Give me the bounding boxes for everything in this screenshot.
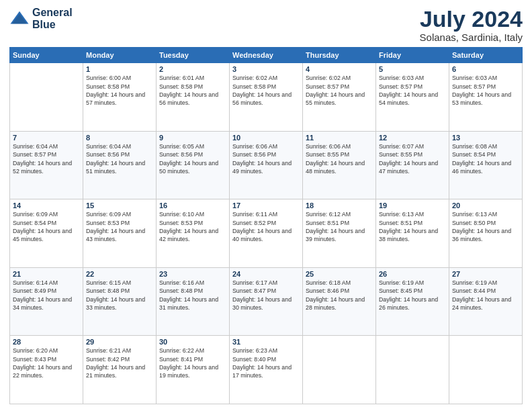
day-number: 10 [232, 134, 300, 142]
calendar-cell: 3Sunrise: 6:02 AMSunset: 8:58 PMDaylight… [230, 63, 303, 132]
day-info: Sunrise: 6:09 AMSunset: 8:53 PMDaylight:… [86, 210, 153, 243]
day-number: 18 [306, 201, 373, 210]
calendar-cell: 14Sunrise: 6:09 AMSunset: 8:54 PMDayligh… [10, 199, 83, 268]
week-row-1: 1Sunrise: 6:00 AMSunset: 8:58 PMDaylight… [10, 63, 523, 132]
day-number: 15 [86, 201, 153, 210]
week-row-2: 7Sunrise: 6:04 AMSunset: 8:57 PMDaylight… [10, 131, 523, 199]
title-block: July 2024 Solanas, Sardinia, Italy [420, 7, 523, 43]
subtitle: Solanas, Sardinia, Italy [420, 32, 523, 43]
day-number: 21 [13, 270, 80, 278]
calendar-cell: 7Sunrise: 6:04 AMSunset: 8:57 PMDaylight… [10, 131, 83, 199]
day-info: Sunrise: 6:05 AMSunset: 8:56 PMDaylight:… [159, 142, 226, 175]
calendar-cell: 16Sunrise: 6:10 AMSunset: 8:53 PMDayligh… [157, 199, 230, 268]
calendar-cell: 9Sunrise: 6:05 AMSunset: 8:56 PMDaylight… [157, 131, 230, 199]
day-info: Sunrise: 6:12 AMSunset: 8:51 PMDaylight:… [306, 210, 373, 243]
day-info: Sunrise: 6:06 AMSunset: 8:55 PMDaylight:… [306, 142, 373, 175]
calendar-cell [449, 336, 523, 404]
calendar-cell: 2Sunrise: 6:01 AMSunset: 8:58 PMDaylight… [157, 63, 230, 132]
day-info: Sunrise: 6:13 AMSunset: 8:50 PMDaylight:… [452, 210, 519, 243]
weekday-header-wednesday: Wednesday [230, 48, 303, 63]
day-number: 7 [13, 134, 80, 142]
day-number: 4 [306, 65, 373, 73]
day-number: 22 [86, 270, 153, 278]
week-row-4: 21Sunrise: 6:14 AMSunset: 8:49 PMDayligh… [10, 267, 523, 336]
calendar-cell: 26Sunrise: 6:19 AMSunset: 8:45 PMDayligh… [376, 267, 449, 336]
weekday-header-saturday: Saturday [449, 48, 523, 63]
logo-icon [9, 9, 30, 29]
day-number: 29 [86, 338, 153, 346]
day-info: Sunrise: 6:06 AMSunset: 8:56 PMDaylight:… [232, 142, 300, 175]
day-info: Sunrise: 6:11 AMSunset: 8:52 PMDaylight:… [232, 210, 300, 243]
day-info: Sunrise: 6:20 AMSunset: 8:43 PMDaylight:… [13, 347, 80, 379]
header: General Blue July 2024 Solanas, Sardinia… [9, 7, 523, 43]
day-info: Sunrise: 6:23 AMSunset: 8:40 PMDaylight:… [232, 347, 300, 379]
day-info: Sunrise: 6:13 AMSunset: 8:51 PMDaylight:… [379, 210, 446, 243]
calendar-cell: 8Sunrise: 6:04 AMSunset: 8:56 PMDaylight… [83, 131, 157, 199]
calendar-cell: 25Sunrise: 6:18 AMSunset: 8:46 PMDayligh… [303, 267, 376, 336]
day-number: 23 [159, 270, 226, 278]
day-info: Sunrise: 6:03 AMSunset: 8:57 PMDaylight:… [452, 74, 519, 107]
calendar-cell: 19Sunrise: 6:13 AMSunset: 8:51 PMDayligh… [376, 199, 449, 268]
weekday-header-sunday: Sunday [10, 48, 83, 63]
day-number: 9 [159, 134, 226, 142]
calendar-table: SundayMondayTuesdayWednesdayThursdayFrid… [9, 47, 523, 404]
logo: General Blue [9, 7, 73, 30]
week-row-3: 14Sunrise: 6:09 AMSunset: 8:54 PMDayligh… [10, 199, 523, 268]
day-number: 24 [232, 270, 300, 278]
day-number: 14 [13, 201, 80, 210]
day-number: 28 [13, 338, 80, 346]
calendar-cell: 22Sunrise: 6:15 AMSunset: 8:48 PMDayligh… [83, 267, 157, 336]
day-info: Sunrise: 6:04 AMSunset: 8:57 PMDaylight:… [13, 142, 80, 175]
day-number: 11 [306, 134, 373, 142]
day-number: 16 [159, 201, 226, 210]
logo-line1: General [32, 7, 73, 19]
day-number: 25 [306, 270, 373, 278]
calendar-page: General Blue July 2024 Solanas, Sardinia… [0, 0, 532, 411]
weekday-header-thursday: Thursday [303, 48, 376, 63]
day-info: Sunrise: 6:14 AMSunset: 8:49 PMDaylight:… [13, 279, 80, 312]
calendar-cell: 28Sunrise: 6:20 AMSunset: 8:43 PMDayligh… [10, 336, 83, 404]
main-title: July 2024 [420, 7, 523, 32]
day-info: Sunrise: 6:19 AMSunset: 8:45 PMDaylight:… [379, 279, 446, 312]
day-info: Sunrise: 6:18 AMSunset: 8:46 PMDaylight:… [306, 279, 373, 312]
calendar-cell: 20Sunrise: 6:13 AMSunset: 8:50 PMDayligh… [449, 199, 523, 268]
calendar-cell: 10Sunrise: 6:06 AMSunset: 8:56 PMDayligh… [230, 131, 303, 199]
calendar-cell: 13Sunrise: 6:08 AMSunset: 8:54 PMDayligh… [449, 131, 523, 199]
day-info: Sunrise: 6:22 AMSunset: 8:41 PMDaylight:… [159, 347, 226, 379]
calendar-cell: 6Sunrise: 6:03 AMSunset: 8:57 PMDaylight… [449, 63, 523, 132]
day-info: Sunrise: 6:07 AMSunset: 8:55 PMDaylight:… [379, 142, 446, 175]
day-info: Sunrise: 6:15 AMSunset: 8:48 PMDaylight:… [86, 279, 153, 312]
day-number: 19 [379, 201, 446, 210]
day-number: 3 [232, 65, 300, 73]
day-info: Sunrise: 6:16 AMSunset: 8:48 PMDaylight:… [159, 279, 226, 312]
day-info: Sunrise: 6:08 AMSunset: 8:54 PMDaylight:… [452, 142, 519, 175]
weekday-header-friday: Friday [376, 48, 449, 63]
day-info: Sunrise: 6:02 AMSunset: 8:57 PMDaylight:… [306, 74, 373, 107]
day-number: 31 [232, 338, 300, 346]
day-number: 27 [452, 270, 519, 278]
day-info: Sunrise: 6:19 AMSunset: 8:44 PMDaylight:… [452, 279, 519, 312]
day-number: 26 [379, 270, 446, 278]
calendar-cell: 29Sunrise: 6:21 AMSunset: 8:42 PMDayligh… [83, 336, 157, 404]
calendar-cell: 21Sunrise: 6:14 AMSunset: 8:49 PMDayligh… [10, 267, 83, 336]
day-info: Sunrise: 6:04 AMSunset: 8:56 PMDaylight:… [86, 142, 153, 175]
calendar-cell: 12Sunrise: 6:07 AMSunset: 8:55 PMDayligh… [376, 131, 449, 199]
day-info: Sunrise: 6:21 AMSunset: 8:42 PMDaylight:… [86, 347, 153, 379]
week-row-5: 28Sunrise: 6:20 AMSunset: 8:43 PMDayligh… [10, 336, 523, 404]
weekday-header-monday: Monday [83, 48, 157, 63]
logo-text: General Blue [32, 7, 73, 30]
day-info: Sunrise: 6:00 AMSunset: 8:58 PMDaylight:… [86, 74, 153, 107]
day-number: 30 [159, 338, 226, 346]
calendar-cell: 5Sunrise: 6:03 AMSunset: 8:57 PMDaylight… [376, 63, 449, 132]
day-number: 17 [232, 201, 300, 210]
calendar-cell: 31Sunrise: 6:23 AMSunset: 8:40 PMDayligh… [230, 336, 303, 404]
calendar-cell: 4Sunrise: 6:02 AMSunset: 8:57 PMDaylight… [303, 63, 376, 132]
day-number: 1 [86, 65, 153, 73]
day-info: Sunrise: 6:03 AMSunset: 8:57 PMDaylight:… [379, 74, 446, 107]
day-number: 20 [452, 201, 519, 210]
calendar-cell: 15Sunrise: 6:09 AMSunset: 8:53 PMDayligh… [83, 199, 157, 268]
day-number: 13 [452, 134, 519, 142]
day-info: Sunrise: 6:09 AMSunset: 8:54 PMDaylight:… [13, 210, 80, 243]
calendar-cell: 18Sunrise: 6:12 AMSunset: 8:51 PMDayligh… [303, 199, 376, 268]
day-info: Sunrise: 6:10 AMSunset: 8:53 PMDaylight:… [159, 210, 226, 243]
